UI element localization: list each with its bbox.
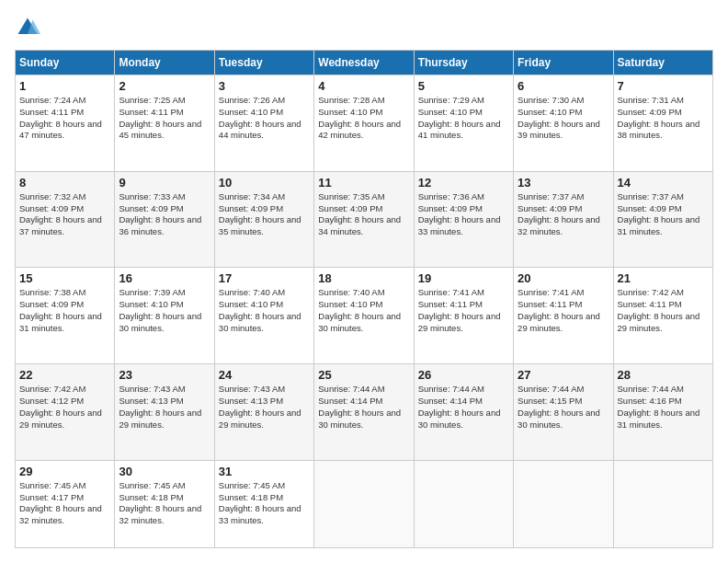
day-cell-12: 12Sunrise: 7:36 AMSunset: 4:09 PMDayligh… (414, 171, 513, 268)
day-info: Sunrise: 7:41 AMSunset: 4:11 PMDaylight:… (518, 287, 609, 334)
day-number: 14 (618, 176, 709, 190)
week-row-1: 1Sunrise: 7:24 AMSunset: 4:11 PMDaylight… (16, 75, 713, 172)
day-number: 24 (219, 368, 310, 382)
day-number: 31 (219, 465, 310, 478)
day-info: Sunrise: 7:34 AMSunset: 4:09 PMDaylight:… (219, 191, 310, 238)
header-day-tuesday: Tuesday (214, 51, 313, 75)
day-cell-3: 3Sunrise: 7:26 AMSunset: 4:10 PMDaylight… (214, 75, 313, 172)
day-number: 15 (19, 271, 110, 285)
day-number: 19 (418, 271, 509, 285)
header-day-thursday: Thursday (414, 51, 513, 75)
day-number: 13 (518, 176, 609, 190)
day-number: 5 (418, 79, 509, 93)
day-number: 29 (19, 465, 110, 478)
empty-cell (314, 460, 414, 547)
empty-cell (414, 460, 513, 547)
day-number: 28 (618, 368, 709, 382)
day-info: Sunrise: 7:35 AMSunset: 4:09 PMDaylight:… (318, 191, 409, 238)
week-row-5: 29Sunrise: 7:45 AMSunset: 4:17 PMDayligh… (16, 460, 713, 547)
page: SundayMondayTuesdayWednesdayThursdayFrid… (0, 0, 728, 563)
day-info: Sunrise: 7:36 AMSunset: 4:09 PMDaylight:… (418, 191, 509, 238)
day-cell-31: 31Sunrise: 7:45 AMSunset: 4:18 PMDayligh… (214, 460, 313, 547)
day-cell-22: 22Sunrise: 7:42 AMSunset: 4:12 PMDayligh… (16, 364, 115, 461)
day-number: 20 (518, 271, 609, 285)
day-info: Sunrise: 7:45 AMSunset: 4:18 PMDaylight:… (119, 480, 210, 527)
day-cell-10: 10Sunrise: 7:34 AMSunset: 4:09 PMDayligh… (214, 171, 313, 268)
week-row-2: 8Sunrise: 7:32 AMSunset: 4:09 PMDaylight… (16, 171, 713, 268)
day-cell-19: 19Sunrise: 7:41 AMSunset: 4:11 PMDayligh… (414, 268, 513, 364)
day-cell-23: 23Sunrise: 7:43 AMSunset: 4:13 PMDayligh… (115, 364, 214, 461)
day-info: Sunrise: 7:29 AMSunset: 4:10 PMDaylight:… (418, 95, 509, 142)
day-cell-16: 16Sunrise: 7:39 AMSunset: 4:10 PMDayligh… (115, 268, 214, 364)
day-info: Sunrise: 7:37 AMSunset: 4:09 PMDaylight:… (618, 191, 709, 238)
day-number: 16 (119, 271, 210, 285)
header-day-friday: Friday (514, 51, 613, 75)
day-info: Sunrise: 7:38 AMSunset: 4:09 PMDaylight:… (19, 287, 110, 334)
calendar-body: 1Sunrise: 7:24 AMSunset: 4:11 PMDaylight… (16, 75, 713, 548)
day-cell-17: 17Sunrise: 7:40 AMSunset: 4:10 PMDayligh… (214, 268, 313, 364)
day-info: Sunrise: 7:30 AMSunset: 4:10 PMDaylight:… (518, 95, 609, 142)
day-info: Sunrise: 7:39 AMSunset: 4:10 PMDaylight:… (119, 287, 210, 334)
day-info: Sunrise: 7:32 AMSunset: 4:09 PMDaylight:… (19, 191, 110, 238)
day-number: 12 (418, 176, 509, 190)
day-info: Sunrise: 7:25 AMSunset: 4:11 PMDaylight:… (119, 95, 210, 142)
day-cell-6: 6Sunrise: 7:30 AMSunset: 4:10 PMDaylight… (514, 75, 613, 172)
empty-cell (514, 460, 613, 547)
day-info: Sunrise: 7:45 AMSunset: 4:18 PMDaylight:… (219, 480, 310, 527)
day-number: 21 (618, 271, 709, 285)
day-cell-18: 18Sunrise: 7:40 AMSunset: 4:10 PMDayligh… (314, 268, 414, 364)
week-row-4: 22Sunrise: 7:42 AMSunset: 4:12 PMDayligh… (16, 364, 713, 461)
day-info: Sunrise: 7:43 AMSunset: 4:13 PMDaylight:… (119, 384, 210, 431)
day-cell-30: 30Sunrise: 7:45 AMSunset: 4:18 PMDayligh… (115, 460, 214, 547)
day-info: Sunrise: 7:28 AMSunset: 4:10 PMDaylight:… (318, 95, 409, 142)
day-cell-7: 7Sunrise: 7:31 AMSunset: 4:09 PMDaylight… (613, 75, 712, 172)
logo-icon (15, 15, 40, 40)
header-day-sunday: Sunday (16, 51, 115, 75)
header (15, 15, 713, 40)
day-cell-28: 28Sunrise: 7:44 AMSunset: 4:16 PMDayligh… (613, 364, 712, 461)
day-info: Sunrise: 7:26 AMSunset: 4:10 PMDaylight:… (219, 95, 310, 142)
day-cell-13: 13Sunrise: 7:37 AMSunset: 4:09 PMDayligh… (514, 171, 613, 268)
week-row-3: 15Sunrise: 7:38 AMSunset: 4:09 PMDayligh… (16, 268, 713, 364)
day-number: 10 (219, 176, 310, 190)
day-number: 18 (318, 271, 409, 285)
day-cell-21: 21Sunrise: 7:42 AMSunset: 4:11 PMDayligh… (613, 268, 712, 364)
day-cell-2: 2Sunrise: 7:25 AMSunset: 4:11 PMDaylight… (115, 75, 214, 172)
day-info: Sunrise: 7:33 AMSunset: 4:09 PMDaylight:… (119, 191, 210, 238)
day-cell-11: 11Sunrise: 7:35 AMSunset: 4:09 PMDayligh… (314, 171, 414, 268)
day-number: 7 (618, 79, 709, 93)
day-number: 17 (219, 271, 310, 285)
day-info: Sunrise: 7:37 AMSunset: 4:09 PMDaylight:… (518, 191, 609, 238)
day-info: Sunrise: 7:43 AMSunset: 4:13 PMDaylight:… (219, 384, 310, 431)
day-info: Sunrise: 7:45 AMSunset: 4:17 PMDaylight:… (19, 480, 110, 527)
day-info: Sunrise: 7:40 AMSunset: 4:10 PMDaylight:… (219, 287, 310, 334)
day-number: 30 (119, 465, 210, 478)
day-cell-9: 9Sunrise: 7:33 AMSunset: 4:09 PMDaylight… (115, 171, 214, 268)
day-info: Sunrise: 7:40 AMSunset: 4:10 PMDaylight:… (318, 287, 409, 334)
day-number: 4 (318, 79, 409, 93)
header-row: SundayMondayTuesdayWednesdayThursdayFrid… (16, 51, 713, 75)
calendar-header: SundayMondayTuesdayWednesdayThursdayFrid… (16, 51, 713, 75)
day-cell-27: 27Sunrise: 7:44 AMSunset: 4:15 PMDayligh… (514, 364, 613, 461)
calendar-table: SundayMondayTuesdayWednesdayThursdayFrid… (15, 50, 713, 548)
day-cell-24: 24Sunrise: 7:43 AMSunset: 4:13 PMDayligh… (214, 364, 313, 461)
day-info: Sunrise: 7:44 AMSunset: 4:15 PMDaylight:… (518, 384, 609, 431)
day-cell-20: 20Sunrise: 7:41 AMSunset: 4:11 PMDayligh… (514, 268, 613, 364)
day-info: Sunrise: 7:42 AMSunset: 4:11 PMDaylight:… (618, 287, 709, 334)
day-cell-25: 25Sunrise: 7:44 AMSunset: 4:14 PMDayligh… (314, 364, 414, 461)
day-number: 25 (318, 368, 409, 382)
empty-cell (613, 460, 712, 547)
day-number: 8 (19, 176, 110, 190)
day-number: 11 (318, 176, 409, 190)
day-number: 1 (19, 79, 110, 93)
day-info: Sunrise: 7:41 AMSunset: 4:11 PMDaylight:… (418, 287, 509, 334)
day-info: Sunrise: 7:44 AMSunset: 4:14 PMDaylight:… (318, 384, 409, 431)
day-cell-1: 1Sunrise: 7:24 AMSunset: 4:11 PMDaylight… (16, 75, 115, 172)
day-number: 9 (119, 176, 210, 190)
day-number: 22 (19, 368, 110, 382)
header-day-saturday: Saturday (613, 51, 712, 75)
day-number: 3 (219, 79, 310, 93)
day-cell-29: 29Sunrise: 7:45 AMSunset: 4:17 PMDayligh… (16, 460, 115, 547)
day-cell-15: 15Sunrise: 7:38 AMSunset: 4:09 PMDayligh… (16, 268, 115, 364)
day-cell-14: 14Sunrise: 7:37 AMSunset: 4:09 PMDayligh… (613, 171, 712, 268)
